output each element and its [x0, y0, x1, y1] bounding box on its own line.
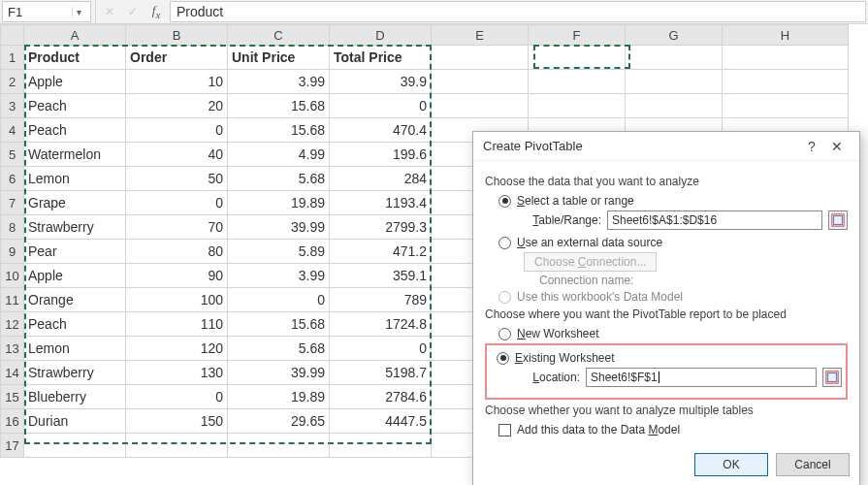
dialog-titlebar[interactable]: Create PivotTable ? ✕: [473, 132, 859, 161]
row-header[interactable]: 7: [1, 191, 24, 215]
cell[interactable]: 19.89: [228, 191, 330, 215]
cell[interactable]: Peach: [24, 118, 126, 143]
cell[interactable]: [723, 94, 849, 118]
row-header[interactable]: 6: [1, 167, 24, 191]
cell[interactable]: 199.6: [330, 143, 432, 167]
cell[interactable]: 19.89: [228, 385, 330, 409]
cell[interactable]: 29.65: [228, 409, 330, 434]
cell[interactable]: [330, 434, 432, 458]
cell[interactable]: 15.68: [228, 94, 330, 118]
col-header-D[interactable]: D: [330, 25, 432, 46]
radio-use-external[interactable]: Use an external data source: [498, 236, 848, 249]
cell[interactable]: 3.99: [228, 70, 330, 94]
cell[interactable]: Total Price: [330, 46, 432, 70]
cell[interactable]: Peach: [24, 94, 126, 118]
row-header[interactable]: 14: [1, 361, 24, 385]
cell[interactable]: 5198.7: [330, 361, 432, 385]
cell[interactable]: 4.99: [228, 143, 330, 167]
cell[interactable]: 4447.5: [330, 409, 432, 434]
cell[interactable]: 70: [126, 215, 228, 240]
cell[interactable]: 80: [126, 240, 228, 264]
ok-button[interactable]: OK: [694, 453, 768, 476]
formula-input[interactable]: Product: [170, 1, 866, 22]
cell[interactable]: [626, 46, 723, 70]
row-header[interactable]: 17: [1, 434, 24, 458]
cell[interactable]: Durian: [24, 409, 126, 434]
cell[interactable]: [529, 46, 626, 70]
cell[interactable]: Lemon: [24, 167, 126, 191]
cell[interactable]: Unit Price: [228, 46, 330, 70]
location-input[interactable]: Sheet6!$F$1: [586, 368, 817, 387]
cell[interactable]: [723, 70, 849, 94]
cell[interactable]: 3.99: [228, 264, 330, 288]
table-range-input[interactable]: Sheet6!$A$1:$D$16: [607, 210, 822, 230]
cell[interactable]: [432, 94, 529, 118]
name-box[interactable]: F1 ▾: [2, 1, 91, 22]
cell[interactable]: 5.68: [228, 167, 330, 191]
cell[interactable]: Strawberry: [24, 361, 126, 385]
col-header-G[interactable]: G: [626, 25, 723, 46]
cell[interactable]: 39.9: [330, 70, 432, 94]
cell[interactable]: Order: [126, 46, 228, 70]
cell[interactable]: 1724.8: [330, 312, 432, 337]
cell[interactable]: 130: [126, 361, 228, 385]
cell[interactable]: 284: [330, 167, 432, 191]
row-header[interactable]: 15: [1, 385, 24, 409]
cell[interactable]: Orange: [24, 288, 126, 312]
cell[interactable]: 110: [126, 312, 228, 337]
cell[interactable]: 0: [126, 385, 228, 409]
cell[interactable]: 100: [126, 288, 228, 312]
cell[interactable]: [626, 70, 723, 94]
cell[interactable]: [228, 434, 330, 458]
row-header[interactable]: 8: [1, 215, 24, 240]
select-all-corner[interactable]: [1, 25, 24, 46]
cell[interactable]: [626, 94, 723, 118]
row-header[interactable]: 2: [1, 70, 24, 94]
cell[interactable]: [126, 434, 228, 458]
cell[interactable]: [24, 434, 126, 458]
cell[interactable]: [432, 70, 529, 94]
cell[interactable]: 39.99: [228, 215, 330, 240]
cell[interactable]: Strawberry: [24, 215, 126, 240]
row-header[interactable]: 11: [1, 288, 24, 312]
row-header[interactable]: 9: [1, 240, 24, 264]
cell[interactable]: 5.68: [228, 337, 330, 361]
check-add-data-model[interactable]: Add this data to the Data Model: [498, 423, 848, 436]
cell[interactable]: 789: [330, 288, 432, 312]
cell[interactable]: 0: [330, 337, 432, 361]
cell[interactable]: 470.4: [330, 118, 432, 143]
col-header-E[interactable]: E: [432, 25, 529, 46]
cell[interactable]: 40: [126, 143, 228, 167]
row-header[interactable]: 5: [1, 143, 24, 167]
cell[interactable]: Watermelon: [24, 143, 126, 167]
cell[interactable]: 39.99: [228, 361, 330, 385]
col-header-A[interactable]: A: [24, 25, 126, 46]
cell[interactable]: 0: [228, 288, 330, 312]
cell[interactable]: Apple: [24, 70, 126, 94]
cell[interactable]: Product: [24, 46, 126, 70]
col-header-B[interactable]: B: [126, 25, 228, 46]
cell[interactable]: Peach: [24, 312, 126, 337]
radio-select-range[interactable]: Select a table or range: [498, 194, 848, 208]
cell[interactable]: [723, 46, 849, 70]
col-header-H[interactable]: H: [723, 25, 849, 46]
help-icon[interactable]: ?: [799, 139, 824, 154]
row-header[interactable]: 16: [1, 409, 24, 434]
name-box-dropdown-icon[interactable]: ▾: [72, 7, 85, 17]
cell[interactable]: 5.89: [228, 240, 330, 264]
cell[interactable]: 15.68: [228, 312, 330, 337]
cell[interactable]: 0: [330, 94, 432, 118]
close-icon[interactable]: ✕: [824, 139, 850, 154]
cancel-button[interactable]: Cancel: [776, 453, 850, 476]
row-header[interactable]: 12: [1, 312, 24, 337]
col-header-C[interactable]: C: [228, 25, 330, 46]
cell[interactable]: 0: [126, 118, 228, 143]
row-header[interactable]: 10: [1, 264, 24, 288]
radio-existing-worksheet[interactable]: Existing Worksheet: [497, 351, 842, 365]
cell[interactable]: 15.68: [228, 118, 330, 143]
cell[interactable]: Pear: [24, 240, 126, 264]
cell[interactable]: 20: [126, 94, 228, 118]
radio-new-worksheet[interactable]: New Worksheet: [498, 327, 848, 340]
row-header[interactable]: 4: [1, 118, 24, 143]
col-header-F[interactable]: F: [529, 25, 626, 46]
